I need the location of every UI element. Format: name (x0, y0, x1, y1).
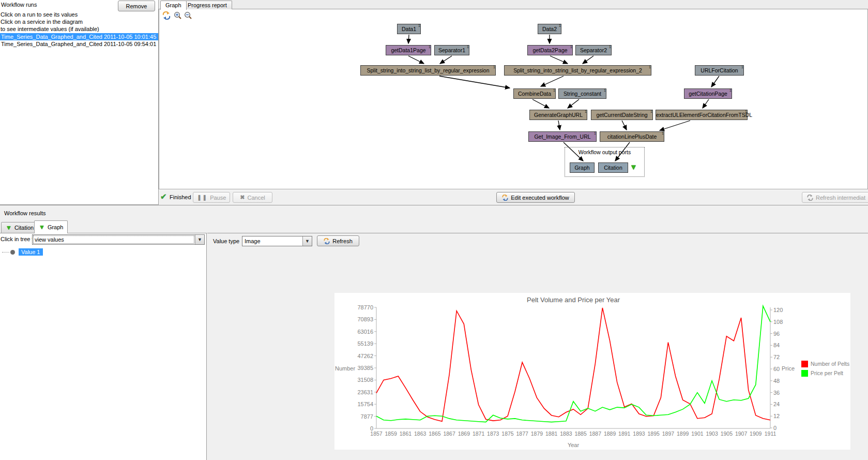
refresh-diagram-icon[interactable] (162, 11, 171, 20)
finished-check-icon: ✔ (160, 192, 167, 201)
svg-text:1867: 1867 (443, 431, 455, 437)
svg-text:1881: 1881 (545, 431, 558, 437)
value-type-dropdown[interactable]: Image ▼ (242, 236, 312, 246)
zoom-out-icon[interactable] (184, 11, 192, 20)
svg-text:1889: 1889 (604, 431, 616, 437)
svg-text:1905: 1905 (721, 431, 733, 437)
diagram-node-port_citation[interactable]: Citation (598, 162, 628, 173)
svg-text:7877: 7877 (361, 413, 373, 420)
remove-button[interactable]: Remove (118, 1, 155, 11)
tree-view-combobox[interactable]: view values ▼ (32, 234, 205, 245)
tab-graph[interactable]: Graph (160, 1, 187, 10)
svg-text:23631: 23631 (357, 389, 373, 395)
svg-text:1875: 1875 (501, 431, 514, 437)
refresh-intermediate-button[interactable]: Refresh intermediat (802, 192, 868, 203)
depth-marker: 1 (467, 45, 469, 49)
svg-text:Pelt Volume and Price per Year: Pelt Volume and Price per Year (527, 296, 620, 304)
svg-text:Year: Year (568, 442, 580, 448)
edit-executed-workflow-button[interactable]: Edit executed workflow (496, 192, 575, 203)
pelt-chart-image: Pelt Volume and Price per Year0787715754… (334, 293, 850, 450)
depth-marker: 1 (429, 45, 431, 49)
depth-marker: 1 (418, 24, 420, 27)
output-port-triangle-icon: ▼ (630, 162, 637, 171)
svg-text:1907: 1907 (735, 431, 748, 437)
svg-text:1899: 1899 (677, 431, 689, 437)
diagram-node-separator2[interactable]: Separator21 (575, 45, 612, 55)
svg-text:1885: 1885 (574, 431, 587, 437)
depth-marker: 1 (609, 45, 611, 49)
depth-marker: 1 (585, 110, 587, 113)
diagram-node-getcurrentdatestring[interactable]: getCurrentDateString1 (591, 110, 653, 120)
svg-text:24: 24 (773, 401, 780, 407)
svg-text:39385: 39385 (357, 365, 373, 371)
svg-text:60: 60 (773, 366, 780, 372)
diagram-node-split1[interactable]: Split_string_into_string_list_by_regular… (360, 65, 496, 76)
diagram-node-data1[interactable]: Data11 (397, 24, 421, 34)
svg-text:1859: 1859 (385, 431, 398, 437)
svg-text:Price: Price (782, 365, 795, 372)
diagram-node-data2[interactable]: Data21 (538, 24, 561, 34)
pelt-chart-svg: Pelt Volume and Price per Year0787715754… (334, 293, 850, 450)
svg-text:108: 108 (773, 319, 783, 325)
diagram-node-citationlineplusdate[interactable]: citationLinePlusDate1 (600, 131, 664, 142)
diagram-node-split2[interactable]: Split_string_into_string_list_by_regular… (504, 65, 651, 76)
chevron-down-icon[interactable]: ▼ (302, 236, 312, 246)
diagram-node-extractulelement[interactable]: extractULElementForCitationFromTSDL1 (656, 110, 748, 120)
edit-refresh-icon (502, 195, 508, 201)
workflow-output-ports-label: Workflow output ports (565, 149, 644, 155)
workflow-run-item[interactable]: Time_Series_Data_Graphed_and_Cited 2011-… (0, 40, 158, 48)
diagram-node-urlforcitation[interactable]: URLForCitation1 (695, 65, 744, 76)
finished-label: Finished (170, 194, 191, 200)
svg-text:1909: 1909 (750, 431, 762, 437)
depth-marker: 1 (729, 88, 732, 92)
instruction-line: Click on a run to see its values (1, 11, 78, 18)
depth-marker: 1 (649, 65, 651, 69)
diagram-node-get_image_from_url[interactable]: Get_Image_From_URL1 (528, 131, 597, 142)
instruction-line: to see intermediate values (if available… (1, 26, 99, 32)
graph-tab-strip: Graph Progress report (159, 0, 868, 9)
depth-marker: 1 (662, 131, 664, 135)
chevron-down-icon[interactable]: ▼ (195, 235, 204, 244)
diagram-node-generategraphurl[interactable]: GenerateGraphURL1 (529, 110, 587, 120)
svg-text:31508: 31508 (357, 377, 373, 383)
diagram-node-separator1[interactable]: Separator11 (434, 45, 469, 55)
workflow-run-item[interactable]: Time_Series_Data_Graphed_and_Cited 2011-… (0, 33, 158, 40)
tab-citation[interactable]: ▼ Citation (1, 222, 38, 233)
workflow-diagram-area (159, 9, 868, 189)
instruction-line: Click on a service in the diagram (1, 19, 83, 25)
depth-marker: 1 (553, 88, 555, 92)
tree-item-value1[interactable]: Value 1 (19, 248, 43, 256)
value-type-label: Value type (213, 238, 239, 244)
diagram-node-getdata2page[interactable]: getData2Page1 (527, 45, 573, 55)
pause-button[interactable]: ❚❚ Pause (193, 192, 230, 203)
tab-progress-report[interactable]: Progress report (182, 1, 232, 9)
cancel-button[interactable]: ✖ Cancel (233, 192, 272, 203)
workflow-results-title: Workflow results (4, 210, 45, 216)
svg-text:12: 12 (773, 413, 780, 419)
zoom-in-icon[interactable] (174, 11, 182, 20)
tree-node-icon (10, 250, 15, 255)
diagram-node-combinedata[interactable]: CombineData1 (513, 88, 556, 99)
tree-prompt-label: Click in tree to (1, 236, 37, 242)
svg-text:1901: 1901 (691, 431, 704, 437)
tab-results-graph[interactable]: ▼ Graph (34, 220, 68, 233)
result-value-panel: Value type Image ▼ Refresh Pelt Volume a… (207, 233, 868, 460)
svg-text:1895: 1895 (648, 431, 660, 437)
depth-marker: 1 (493, 65, 495, 69)
depth-marker: 1 (604, 88, 606, 92)
svg-text:1879: 1879 (531, 431, 543, 437)
svg-text:1897: 1897 (662, 431, 675, 437)
svg-text:48: 48 (773, 378, 780, 384)
tree-connector (2, 251, 9, 253)
svg-text:96: 96 (773, 331, 780, 337)
refresh-result-button[interactable]: Refresh (317, 235, 359, 246)
diagram-node-string_constant[interactable]: String_constant1 (558, 88, 606, 99)
graph-port-triangle-icon: ▼ (39, 224, 45, 231)
svg-text:72: 72 (773, 354, 780, 360)
svg-text:1893: 1893 (633, 431, 645, 437)
svg-text:1871: 1871 (473, 431, 485, 437)
diagram-node-getdata1page[interactable]: getData1Page1 (386, 45, 431, 55)
run-status-bar: ✔ Finished ❚❚ Pause ✖ Cancel Edit execut… (159, 189, 868, 205)
diagram-node-getcitationpage[interactable]: getCitationPage1 (684, 88, 732, 99)
diagram-node-port_graph[interactable]: Graph (570, 162, 595, 173)
